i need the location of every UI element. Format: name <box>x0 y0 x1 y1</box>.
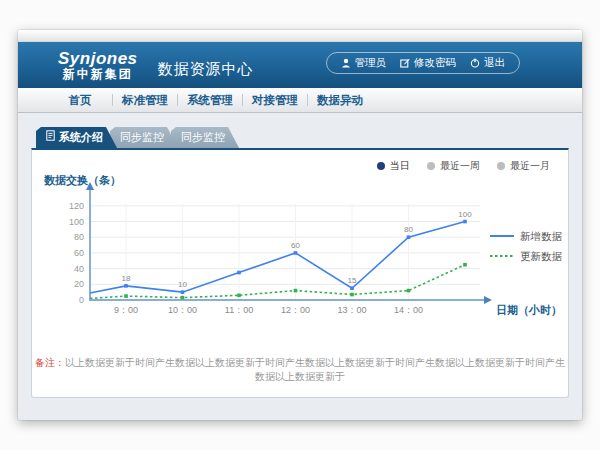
svg-text:12：00: 12：00 <box>281 305 310 315</box>
nav-item-data-change[interactable]: 数据异动 <box>308 93 372 108</box>
tab-system-intro[interactable]: 系统介绍 <box>36 127 117 148</box>
app-window: Synjones 新中新集团 数据资源中心 管理员 修改密码 退出 首页 标准管… <box>18 30 582 420</box>
svg-text:40: 40 <box>74 264 84 274</box>
edit-icon <box>400 58 410 68</box>
tab-sync-monitor-2[interactable]: 同步监控 <box>171 127 239 148</box>
brand-logo-subtext: 新中新集团 <box>63 68 133 81</box>
main-nav: 首页 标准管理 系统管理 对接管理 数据异动 <box>18 88 582 113</box>
nav-item-standard-mgmt[interactable]: 标准管理 <box>113 93 177 108</box>
range-filter-group: 当日 最近一周 最近一月 <box>377 159 550 173</box>
radio-label: 最近一月 <box>510 159 550 173</box>
radio-today[interactable]: 当日 <box>377 159 410 173</box>
svg-text:120: 120 <box>69 201 84 211</box>
chart-svg: 0204060801001209：0010：0011：0012：0013：001… <box>36 172 566 324</box>
tab-sync-monitor-1[interactable]: 同步监控 <box>110 127 178 148</box>
page-title: 数据资源中心 <box>158 60 254 79</box>
svg-text:新增数据: 新增数据 <box>520 230 563 242</box>
svg-text:60: 60 <box>291 241 300 250</box>
svg-text:13：00: 13：00 <box>337 305 366 315</box>
footnote: 备注：以上数据更新于时间产生数据以上数据更新于时间产生数据以上数据更新于时间产生… <box>32 356 568 384</box>
app-header: Synjones 新中新集团 数据资源中心 管理员 修改密码 退出 <box>18 42 582 88</box>
tab-label: 系统介绍 <box>59 127 103 148</box>
svg-text:100: 100 <box>458 210 472 219</box>
nav-item-home[interactable]: 首页 <box>48 93 112 108</box>
svg-text:日期（小时）: 日期（小时） <box>496 304 562 317</box>
footnote-prefix: 备注： <box>35 357 65 368</box>
footnote-text: 以上数据更新于时间产生数据以上数据更新于时间产生数据以上数据更新于时间产生数据以… <box>65 357 565 382</box>
svg-text:更新数据: 更新数据 <box>520 250 563 262</box>
content-panel: 当日 最近一周 最近一月 0204060801001209：0010：0011：… <box>31 148 569 398</box>
chart-area: 0204060801001209：0010：0011：0012：0013：001… <box>36 172 566 328</box>
svg-text:15: 15 <box>348 276 357 285</box>
logout-button[interactable]: 退出 <box>470 56 505 70</box>
brand-logo-text: Synjones <box>58 50 138 68</box>
user-toolbar: 管理员 修改密码 退出 <box>326 52 521 74</box>
top-strip <box>18 30 582 42</box>
change-password-label: 修改密码 <box>414 56 456 70</box>
nav-item-interface-mgmt[interactable]: 对接管理 <box>243 93 307 108</box>
svg-text:18: 18 <box>122 274 131 283</box>
logout-label: 退出 <box>484 56 505 70</box>
document-icon <box>46 127 55 148</box>
change-password-button[interactable]: 修改密码 <box>400 56 456 70</box>
svg-text:100: 100 <box>69 217 84 227</box>
radio-dot-icon <box>427 162 435 170</box>
power-icon <box>470 58 480 68</box>
page-body: 系统介绍 同步监控 同步监控 当日 最近一周 <box>18 113 582 398</box>
tab-label: 同步监控 <box>181 127 225 148</box>
current-user[interactable]: 管理员 <box>341 56 387 70</box>
svg-text:11：00: 11：00 <box>225 305 253 315</box>
radio-last-week[interactable]: 最近一周 <box>427 159 480 173</box>
svg-text:14：00: 14：00 <box>394 305 423 315</box>
svg-text:0: 0 <box>79 295 84 305</box>
svg-text:9：00: 9：00 <box>114 305 138 315</box>
svg-text:80: 80 <box>74 232 84 242</box>
svg-text:数据交换（条）: 数据交换（条） <box>43 174 121 187</box>
radio-last-month[interactable]: 最近一月 <box>497 159 550 173</box>
svg-text:10: 10 <box>178 280 187 289</box>
brand-logo: Synjones 新中新集团 <box>58 50 138 80</box>
tab-bar: 系统介绍 同步监控 同步监控 <box>36 127 569 148</box>
radio-label: 最近一周 <box>440 159 480 173</box>
radio-dot-icon <box>377 162 385 170</box>
radio-dot-icon <box>497 162 505 170</box>
current-user-label: 管理员 <box>355 56 387 70</box>
nav-item-system-mgmt[interactable]: 系统管理 <box>178 93 242 108</box>
svg-text:80: 80 <box>404 225 413 234</box>
svg-text:60: 60 <box>74 248 84 258</box>
svg-text:10：00: 10：00 <box>168 305 197 315</box>
tab-label: 同步监控 <box>120 127 164 148</box>
user-icon <box>341 58 351 68</box>
radio-label: 当日 <box>390 159 410 173</box>
svg-text:20: 20 <box>74 279 84 289</box>
